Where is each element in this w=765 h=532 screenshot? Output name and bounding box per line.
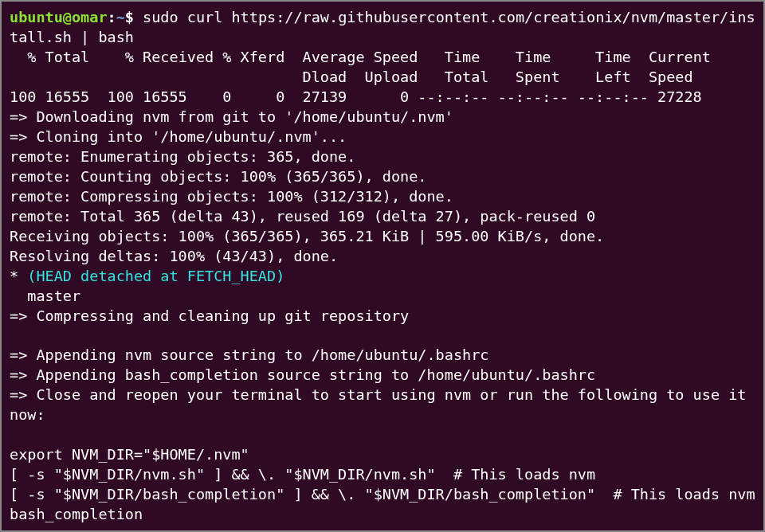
output-blank-line [10,425,755,445]
git-head-line: * (HEAD detached at FETCH_HEAD) [10,267,755,287]
output-line: master [10,287,755,307]
output-blank-line [10,327,755,346]
output-line: [ -s "$NVM_DIR/bash_completion" ] && \. … [10,485,755,525]
output-line: => Close and reopen your terminal to sta… [10,385,755,425]
output-line: Dload Upload Total Spent Left Speed [10,68,755,88]
output-line: remote: Counting objects: 100% (365/365)… [10,167,755,187]
terminal-window[interactable]: ubuntu@omar:~$ sudo curl https://raw.git… [10,8,755,524]
output-line: Receiving objects: 100% (365/365), 365.2… [10,227,755,247]
output-line: remote: Enumerating objects: 365, done. [10,147,755,167]
prompt-at: @ [63,9,72,25]
output-line: => Cloning into '/home/ubuntu/.nvm'... [10,127,755,147]
prompt-colon: : [108,9,116,25]
prompt-user: ubuntu [10,9,63,25]
output-line: => Appending bash_completion source stri… [10,366,755,385]
output-line: [ -s "$NVM_DIR/nvm.sh" ] && \. "$NVM_DIR… [10,465,755,485]
output-line: Resolving deltas: 100% (43/43), done. [10,247,755,267]
output-line: => Appending nvm source string to /home/… [10,346,755,366]
output-line: => Compressing and cleaning up git repos… [10,307,755,327]
output-line: export NVM_DIR="$HOME/.nvm" [10,445,755,465]
prompt-path: ~ [116,9,125,25]
output-line: 100 16555 100 16555 0 0 27139 0 --:--:--… [10,88,755,108]
output-line: remote: Total 365 (delta 43), reused 169… [10,207,755,227]
output-line: => Downloading nvm from git to '/home/ub… [10,108,755,127]
git-head-star: * [10,268,27,284]
prompt-line: ubuntu@omar:~$ sudo curl https://raw.git… [10,8,755,48]
prompt-dollar: $ [125,9,134,25]
output-line: remote: Compressing objects: 100% (312/3… [10,187,755,207]
git-head-detached: (HEAD detached at FETCH_HEAD) [27,268,284,284]
prompt-host: omar [72,9,108,25]
output-line: % Total % Received % Xferd Average Speed… [10,48,755,68]
